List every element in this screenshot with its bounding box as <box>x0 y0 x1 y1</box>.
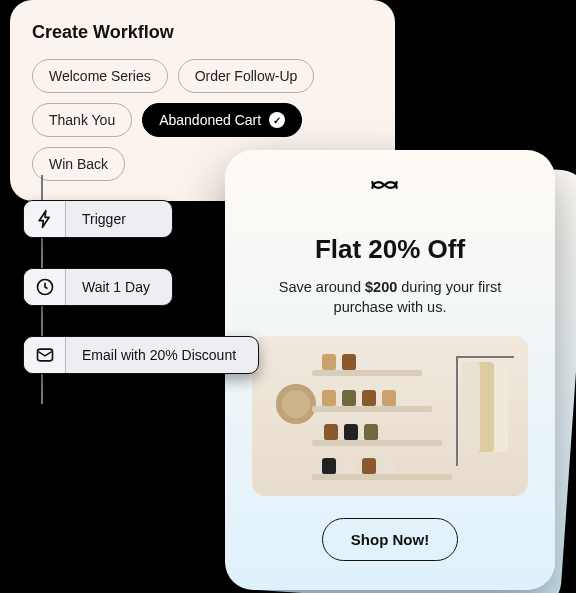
template-order-follow-up[interactable]: Order Follow-Up <box>178 59 315 93</box>
workflow-step-trigger[interactable]: Trigger <box>23 200 173 238</box>
shop-now-button[interactable]: Shop Now! <box>322 518 458 561</box>
check-icon: ✓ <box>269 112 285 128</box>
email-preview-card: Flat 20% Off Save around $200 during you… <box>225 150 555 590</box>
page-title: Create Workflow <box>32 22 373 43</box>
template-label: Abandoned Cart <box>159 112 261 128</box>
email-hero-image <box>252 336 528 496</box>
mail-icon <box>24 337 66 373</box>
workflow-step-wait[interactable]: Wait 1 Day <box>23 268 173 306</box>
step-label: Wait 1 Day <box>66 269 166 305</box>
template-thank-you[interactable]: Thank You <box>32 103 132 137</box>
clock-icon <box>24 269 66 305</box>
subline-amount: $200 <box>365 279 397 295</box>
template-abandoned-cart[interactable]: Abandoned Cart ✓ <box>142 103 302 137</box>
email-subline: Save around $200 during your first purch… <box>253 277 527 318</box>
brand-logo-icon <box>368 174 412 200</box>
bolt-icon <box>24 201 66 237</box>
subline-prefix: Save around <box>279 279 365 295</box>
workflow-step-email[interactable]: Email with 20% Discount <box>23 336 259 374</box>
step-label: Trigger <box>66 201 142 237</box>
email-headline: Flat 20% Off <box>315 234 465 265</box>
template-welcome-series[interactable]: Welcome Series <box>32 59 168 93</box>
step-label: Email with 20% Discount <box>66 337 252 373</box>
